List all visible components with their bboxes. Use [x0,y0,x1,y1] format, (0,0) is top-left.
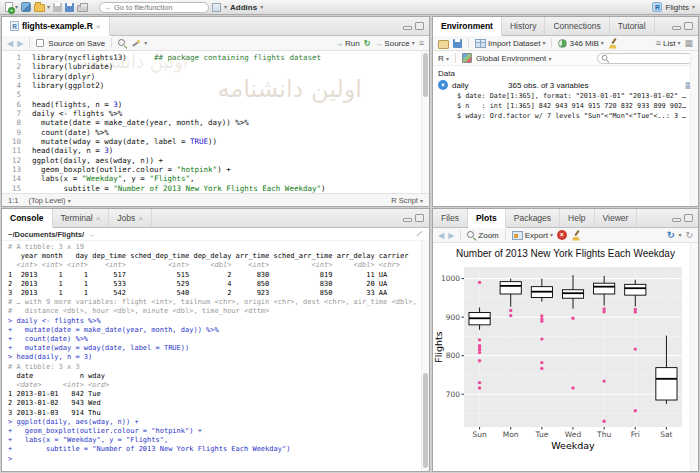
code-editor[interactable]: 12345678910111213141516 library(nycfligh… [2,51,429,193]
find-replace-icon[interactable] [118,39,127,48]
grid-view-icon[interactable]: ▦ [684,38,693,48]
editor-gutter: 12345678910111213141516 [2,51,26,193]
memory-usage-button[interactable]: 346 MiB ▾ [558,39,603,48]
file-type-selector[interactable]: R Script ▾ [391,196,423,205]
save-icon[interactable] [53,3,62,12]
object-row-daily[interactable]: ▾ daily 365 obs. of 3 variables ▦ [433,79,698,91]
import-dataset-button[interactable]: Import Dataset ▾ [475,39,545,48]
tab-viewer[interactable]: Viewer [595,209,638,227]
previous-plot-icon[interactable]: ◀ [438,231,444,240]
refresh-plot-icon[interactable]: ↻ [685,230,693,240]
new-file-button[interactable]: + ▾ [5,2,18,12]
back-icon[interactable]: ◀ [7,39,13,48]
next-plot-icon[interactable]: ▶ [448,231,454,240]
tab-packages[interactable]: Packages [506,209,560,227]
console-scrollbar[interactable] [421,241,429,471]
document-outline-icon[interactable]: ≡ [419,38,424,48]
view-mode-button[interactable]: ≡ List ▾ [656,38,681,48]
clear-console-icon[interactable] [416,231,422,237]
goto-arrow-icon: → [104,4,111,11]
source-button[interactable]: → Source ▾ [374,39,414,48]
code-tools-icon[interactable] [131,39,140,48]
goto-file-input[interactable] [114,3,204,12]
memory-pie-icon [558,39,567,48]
save-workspace-icon[interactable] [453,39,462,48]
editor-code[interactable]: library(nycflights13) ## package contain… [26,51,429,193]
forward-icon[interactable]: ▶ [17,39,23,48]
minimize-pane-icon[interactable] [672,218,681,222]
export-plot-button[interactable]: Export ▾ [512,231,553,240]
svg-text:700: 700 [446,390,461,399]
open-folder-icon [34,4,45,12]
tab-label: flights-example.R [22,21,93,31]
close-icon[interactable]: × [96,22,101,31]
expand-object-icon[interactable]: ▾ [438,80,448,90]
minimize-pane-icon[interactable] [403,26,412,30]
chevron-down-icon: ▾ [677,40,680,46]
source-on-save-checkbox[interactable] [36,39,44,47]
plots-scrollbar[interactable] [690,243,698,471]
editor-scroll-thumb[interactable] [423,53,428,97]
source-tabbar: R flights-example.R × [2,17,429,36]
plots-tabbar: Files Plots Packages Help Viewer [433,209,698,228]
chevron-down-icon: ▾ [412,40,415,46]
environment-search-input[interactable] [612,55,689,62]
addins-menu[interactable]: Addins [230,3,257,12]
tab-flights-example[interactable]: R flights-example.R × [2,17,110,36]
load-workspace-icon[interactable] [438,40,449,49]
maximize-pane-icon[interactable] [415,22,424,30]
tab-tutorial[interactable]: Tutorial [610,17,655,35]
environment-selector[interactable]: Global Environment ▾ [476,54,552,63]
tab-environment[interactable]: Environment [433,17,502,36]
editor-scrollbar[interactable] [421,51,429,193]
export-icon [512,231,523,240]
object-name: daily [452,81,504,90]
tab-help[interactable]: Help [560,209,594,227]
source-label: Source [384,39,409,48]
cursor-position: 1:1 [8,196,18,205]
open-file-button[interactable]: ▾ [34,2,50,12]
clear-plots-broom-icon[interactable] [571,230,581,241]
print-icon[interactable] [77,5,88,12]
console-scroll-thumb[interactable] [423,373,428,468]
save-all-icon[interactable] [65,3,74,12]
tab-history[interactable]: History [502,17,545,35]
goto-file-search[interactable]: → [99,2,209,13]
close-icon[interactable]: × [138,214,143,223]
minimize-pane-icon[interactable] [672,26,681,30]
goto-directory-icon[interactable]: → [88,231,95,238]
zoom-plot-button[interactable]: Zoom [467,231,498,240]
publish-icon[interactable]: ↻ [667,230,675,240]
console-output[interactable]: # A tibble: 3 x 19 year month day dep_ti… [2,241,420,471]
tab-terminal[interactable]: Terminal× [53,209,110,227]
project-selector[interactable]: R Flights ▾ [652,2,695,12]
run-button[interactable]: → Run [335,39,360,48]
svg-text:Sun: Sun [472,430,487,439]
tab-connections[interactable]: Connections [545,17,609,35]
run-label: Run [345,39,360,48]
new-file-icon: + [5,2,13,12]
maximize-pane-icon[interactable] [415,214,424,222]
environment-scrollbar[interactable] [690,51,698,206]
maximize-pane-icon[interactable] [684,22,693,30]
language-selector[interactable]: R ▾ [438,54,449,63]
rerun-icon[interactable]: ↻ [364,39,371,48]
svg-text:Weekday: Weekday [551,440,595,451]
tab-plots[interactable]: Plots [468,209,506,228]
environment-search[interactable] [597,53,693,64]
scope-selector[interactable]: (Top Level) ▾ [28,196,70,205]
clear-workspace-broom-icon[interactable] [608,38,618,49]
new-project-icon[interactable] [21,2,31,12]
zoom-icon [467,231,476,240]
remove-plot-icon[interactable]: × [557,230,567,240]
tab-files[interactable]: Files [433,209,468,227]
svg-text:1000: 1000 [441,274,460,283]
minimize-pane-icon[interactable] [403,218,412,222]
addins-icon[interactable] [212,3,221,12]
tab-console[interactable]: Console [2,209,53,228]
tab-jobs[interactable]: Jobs× [109,209,152,227]
close-icon[interactable]: × [96,214,101,223]
svg-text:Fri: Fri [631,430,640,439]
maximize-pane-icon[interactable] [684,214,693,222]
pane-window-buttons [672,17,698,35]
